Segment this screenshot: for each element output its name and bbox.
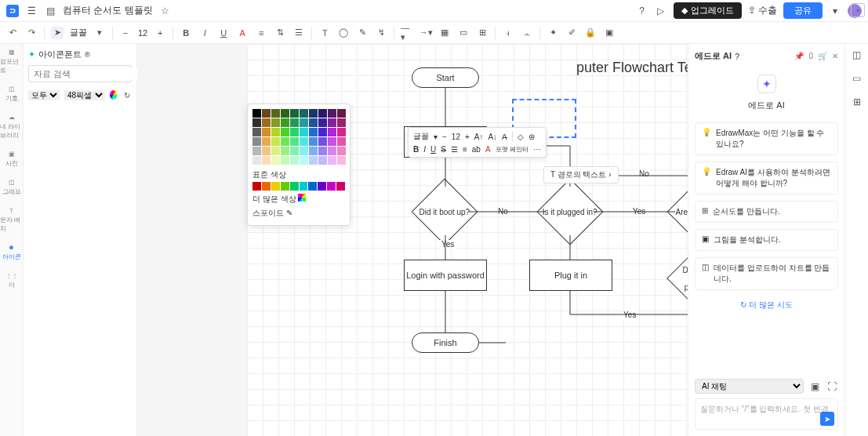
eyedropper-button[interactable]: 스포이드 ✎ [252, 208, 345, 219]
color-swatch[interactable] [281, 109, 289, 118]
arrow-style-icon[interactable]: →▾ [419, 27, 432, 39]
search-input[interactable]: 🔍 [28, 65, 132, 82]
color-swatch[interactable] [337, 109, 346, 118]
menu-icon[interactable]: ☰ [25, 5, 38, 17]
rail-more[interactable]: ⋮⋮더 [5, 272, 18, 289]
rail-library[interactable]: ☁내 라이브러리 [0, 114, 23, 140]
ai-mode-select[interactable]: AI 채팅 [695, 379, 804, 394]
pixel-select[interactable]: 48픽셀 [64, 90, 105, 100]
list-icon[interactable]: ☰ [292, 27, 305, 39]
color-swatch[interactable] [300, 128, 308, 136]
color-icon[interactable]: A [485, 145, 491, 154]
node-fix[interactable]: Did this fix your problem? [666, 244, 688, 313]
color-swatch[interactable] [281, 156, 289, 165]
color-swatch[interactable] [318, 137, 327, 146]
color-swatch[interactable] [337, 128, 346, 136]
color-swatch[interactable] [252, 128, 261, 136]
align-center-icon[interactable]: ⫠ [521, 27, 533, 39]
play-icon[interactable]: ▷ [655, 5, 667, 17]
color-swatch[interactable] [318, 128, 327, 136]
connector-icon[interactable]: ↯ [375, 27, 387, 39]
float-size[interactable]: 12 [452, 133, 460, 141]
color-swatch[interactable] [300, 182, 308, 191]
increase-font-icon[interactable]: A↑ [474, 133, 484, 141]
more-colors-button[interactable]: 더 많은 색상 [252, 194, 345, 205]
more-icon[interactable]: ⋯ [533, 145, 541, 154]
ai-input[interactable]: 질문하거나 "/"를 입력하세요. 첫 번경 ➤ [695, 398, 838, 430]
rail-photos[interactable]: ▣사진 [5, 151, 18, 168]
color-swatch[interactable] [262, 182, 271, 191]
align-left-icon[interactable]: ⫞ [502, 27, 514, 39]
color-swatch[interactable] [290, 182, 299, 191]
color-swatch[interactable] [328, 118, 336, 127]
rail-text[interactable]: T문자 배치 [0, 207, 23, 233]
color-swatch[interactable] [318, 147, 327, 155]
bullet-icon[interactable]: ☰ [451, 145, 458, 154]
color-swatch[interactable] [328, 137, 336, 146]
italic-icon[interactable]: I [198, 27, 211, 39]
ai-template-icon[interactable]: ✦ [851, 3, 865, 17]
color-swatch[interactable] [262, 147, 271, 155]
strike-icon[interactable]: S [441, 145, 446, 154]
group-icon[interactable]: ⊞ [476, 27, 488, 39]
color-swatch[interactable] [281, 128, 289, 136]
lock-icon[interactable]: 🔒 [584, 27, 597, 39]
export-button[interactable]: ⇪ 수출 [748, 4, 777, 17]
ai-suggestion[interactable]: 💡EdrawMax는 어떤 기능을 할 수 있나요? [695, 122, 838, 155]
canvas-area[interactable]: puter Flowchart Template Start Turn comp… [137, 44, 688, 436]
color-swatch[interactable] [271, 128, 280, 136]
color-swatch[interactable] [309, 109, 318, 118]
file-icon[interactable]: ▤ [44, 5, 56, 17]
color-swatch[interactable] [328, 147, 336, 155]
color-swatch[interactable] [300, 147, 308, 155]
help-icon[interactable]: ? [735, 52, 739, 61]
color-swatch[interactable] [337, 137, 346, 146]
color-swatch[interactable] [337, 147, 346, 155]
expand-icon[interactable]: ⛶ [826, 380, 838, 393]
color-swatch[interactable] [309, 147, 318, 155]
pin-icon[interactable]: 📌 [794, 52, 804, 60]
color-swatch[interactable] [308, 182, 317, 191]
float-font[interactable]: 글꼴 [413, 131, 429, 142]
line-height-icon[interactable]: ⇅ [274, 27, 286, 39]
layers-icon[interactable]: ▭ [457, 27, 470, 39]
align-icon[interactable]: ≡ [255, 27, 267, 39]
path-text-button[interactable]: T 경로의 텍스트 › [543, 166, 619, 183]
ai-suggestion[interactable]: ▣그림을 분석합니다. [695, 229, 838, 251]
color-swatch[interactable] [336, 182, 345, 191]
magic-icon[interactable]: ✦ [547, 27, 559, 39]
color-swatch[interactable] [281, 118, 289, 127]
color-swatch[interactable] [252, 137, 261, 146]
color-swatch[interactable] [309, 137, 318, 146]
container-icon[interactable]: ▣ [603, 27, 616, 39]
help-icon[interactable]: ? [636, 5, 648, 17]
color-swatch[interactable] [281, 182, 289, 191]
color-swatch[interactable] [271, 156, 280, 165]
chevron-down-icon[interactable]: ▾ [829, 5, 841, 17]
text-icon[interactable]: T [318, 27, 331, 39]
color-swatch[interactable] [271, 147, 280, 155]
ai-suggestion[interactable]: ◫데이터를 업로드하여 차트를 만듭니다. [695, 257, 838, 290]
clear-format-icon[interactable]: A̶ [502, 133, 507, 141]
font-select[interactable]: 글꼴 [70, 27, 87, 38]
font-color-icon[interactable]: A [236, 27, 249, 39]
color-swatch[interactable] [337, 118, 346, 127]
color-swatch[interactable] [290, 137, 299, 146]
highlight-icon[interactable]: ab [472, 145, 481, 154]
color-swatch[interactable] [309, 156, 318, 165]
color-wheel-icon[interactable] [110, 90, 117, 100]
underline-icon[interactable]: U [430, 145, 436, 154]
ai-suggestion[interactable]: ⊞순서도를 만듭니다. [695, 201, 838, 223]
undo-icon[interactable]: ↶ [6, 27, 19, 39]
color-swatch[interactable] [318, 109, 327, 118]
color-swatch[interactable] [309, 118, 318, 127]
color-swatch[interactable] [262, 156, 271, 165]
underline-icon[interactable]: U [217, 27, 230, 39]
color-swatch[interactable] [328, 109, 336, 118]
redo-icon[interactable]: ↷ [25, 27, 38, 39]
ai-suggestion[interactable]: 💡Edraw AI를 사용하여 분석하려면 어떻게 해야 합니까? [695, 162, 838, 194]
close-icon[interactable]: ✕ [832, 52, 838, 60]
chevron-down-icon[interactable]: ▾ [93, 27, 106, 39]
minus-icon[interactable]: − [119, 27, 132, 39]
color-swatch[interactable] [252, 147, 261, 155]
